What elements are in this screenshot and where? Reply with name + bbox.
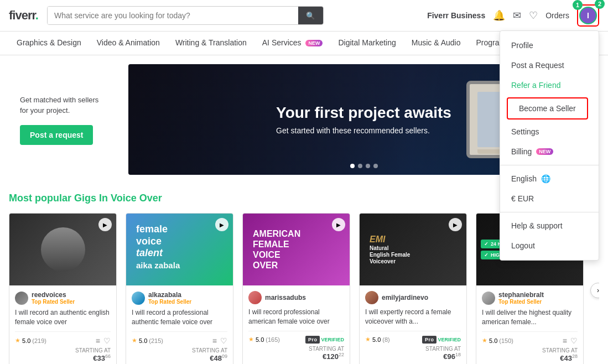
seller-name-5[interactable]: stephaniebralt	[498, 291, 544, 299]
user-dropdown-menu: Profile Post a Request Refer a Friend Be…	[500, 30, 599, 261]
options-icon-1[interactable]: ≡	[96, 336, 100, 345]
sidebar-item-writing-translation[interactable]: Writing & Translation	[168, 32, 254, 55]
gig-price-section-4: STARTING AT €9618	[365, 346, 461, 361]
gig-footer-1: ★ 5.0 (219) ≡ ♡	[15, 331, 111, 345]
logo[interactable]: fiverr.	[9, 8, 38, 23]
become-seller-border: Become a Seller	[507, 97, 588, 119]
dropdown-logout[interactable]: Logout	[500, 236, 599, 256]
person-silhouette	[41, 227, 85, 272]
seller-avatar-2	[132, 292, 145, 305]
gig-info-3: marissadubs I will record professional a…	[243, 285, 350, 364]
gig-price-section-1: STARTING AT €3366	[15, 347, 111, 362]
star-icon-4: ★	[365, 336, 371, 343]
seller-info-1: reedvoices Top Rated Seller	[15, 291, 111, 305]
sidebar-item-video-animation[interactable]: Video & Animation	[89, 32, 168, 55]
dropdown-currency[interactable]: € EUR	[500, 189, 599, 209]
seller-badge-2: Top Rated Seller	[148, 299, 191, 305]
badge-1: 1	[573, 0, 583, 10]
gig-price-3: €12022	[323, 353, 344, 360]
gig-footer-3: ★ 5.0 (165) Pro VERIFIED	[248, 331, 344, 344]
gig-info-1: reedvoices Top Rated Seller I will recor…	[9, 285, 116, 364]
seller-name-1[interactable]: reedvoices	[32, 291, 75, 299]
become-seller-wrapper: Become a Seller	[500, 95, 599, 122]
gig-play-3[interactable]: ▶	[332, 218, 345, 231]
notifications-icon[interactable]: 🔔	[493, 9, 505, 22]
verified-text-4: VERIFIED	[438, 337, 461, 342]
seller-badge-1: Top Rated Seller	[32, 299, 75, 305]
search-button[interactable]: 🔍	[298, 7, 323, 24]
options-icon-5[interactable]: ≡	[563, 336, 567, 345]
dropdown-refer-friend[interactable]: Refer a Friend	[500, 75, 599, 95]
sidebar-item-ai-services[interactable]: AI Services NEW	[254, 32, 331, 55]
gig-title-3: I will record professional american fema…	[248, 308, 344, 326]
action-icons-5: ≡ ♡	[563, 336, 578, 345]
hero-dot-2[interactable]	[358, 164, 362, 168]
gig-thumbnail-2: femalevoicetalentaika zabala ▶	[126, 214, 233, 285]
favorite-icon-5[interactable]: ♡	[570, 336, 578, 345]
gig-rating-4: ★ 5.0 (8)	[365, 336, 390, 343]
search-icon: 🔍	[306, 12, 315, 20]
star-icon-2: ★	[132, 337, 137, 344]
starting-at-label-1: STARTING AT	[15, 347, 111, 353]
seller-avatar-3	[248, 291, 262, 304]
gigs-next-arrow[interactable]: ›	[590, 283, 599, 298]
favorite-icon-2[interactable]: ♡	[220, 336, 227, 345]
dropdown-divider-1	[500, 165, 599, 165]
seller-avatar-5	[482, 292, 495, 305]
user-avatar[interactable]: I 2	[579, 7, 597, 24]
seller-avatar-1	[15, 292, 28, 305]
hero-dot-1[interactable]	[350, 164, 355, 168]
post-request-button[interactable]: Post a request	[20, 125, 93, 145]
price-row-2: €4809	[132, 353, 227, 362]
hero-content: Your first project awaits Get started wi…	[259, 87, 468, 152]
globe-icon: 🌐	[541, 174, 550, 183]
thumb-label-2: femalevoicetalentaika zabala	[131, 218, 228, 277]
favorites-icon[interactable]: ♡	[529, 9, 538, 22]
starting-at-label-4: STARTING AT	[365, 346, 461, 352]
star-icon-3: ★	[248, 336, 254, 343]
seller-name-2[interactable]: alkazabala	[148, 291, 191, 299]
seller-name-3[interactable]: marissadubs	[265, 294, 306, 301]
seller-info-2: alkazabala Top Rated Seller	[132, 291, 227, 305]
dropdown-billing[interactable]: Billing NEW	[500, 142, 599, 162]
check-icon-1: ✓	[484, 241, 489, 247]
starting-at-label-5: STARTING AT	[482, 347, 578, 353]
seller-name-4[interactable]: emilyjardinevo	[382, 294, 428, 301]
gig-footer-4: ★ 5.0 (8) Pro VERIFIED	[365, 331, 461, 344]
gig-price-1: €3366	[93, 355, 111, 362]
seller-info-5: stephaniebralt Top Rated Seller	[482, 291, 578, 305]
favorite-icon-1[interactable]: ♡	[103, 336, 111, 345]
gig-card-1: ▶ reedvoices Top Rated Seller I will rec…	[9, 213, 117, 364]
hero-dot-3[interactable]	[366, 164, 370, 168]
pro-verified-3: Pro VERIFIED	[305, 336, 344, 344]
gig-play-1[interactable]: ▶	[98, 218, 112, 231]
sidebar-item-music-audio[interactable]: Music & Audio	[404, 32, 469, 55]
orders-link[interactable]: Orders	[545, 11, 569, 20]
sidebar-item-graphics-design[interactable]: Graphics & Design	[9, 32, 89, 55]
seller-details-5: stephaniebralt Top Rated Seller	[498, 291, 544, 305]
dropdown-language[interactable]: English 🌐	[500, 169, 599, 189]
header-actions: Fiverr Business 🔔 ✉ ♡ Orders 1 I 2	[427, 4, 599, 27]
price-row-4: €9618	[365, 352, 461, 361]
gig-play-2[interactable]: ▶	[215, 218, 228, 231]
messages-icon[interactable]: ✉	[513, 9, 521, 22]
search-input[interactable]	[48, 7, 298, 24]
starting-at-label-3: STARTING AT	[248, 346, 344, 352]
gig-price-section-5: STARTING AT €4328	[482, 347, 578, 362]
dropdown-post-request[interactable]: Post a Request	[500, 55, 599, 75]
dropdown-help[interactable]: Help & support	[500, 216, 599, 236]
search-bar: 🔍	[47, 6, 324, 25]
star-icon-5: ★	[482, 337, 487, 344]
pro-badge-3: Pro	[305, 336, 320, 344]
options-icon-2[interactable]: ≡	[212, 336, 217, 345]
fiverr-business-link[interactable]: Fiverr Business	[427, 11, 485, 20]
hero-dot-4[interactable]	[373, 164, 378, 168]
gig-play-4[interactable]: ▶	[449, 218, 462, 231]
gig-rating-3: ★ 5.0 (165)	[248, 336, 280, 343]
dropdown-become-seller[interactable]: Become a Seller	[508, 98, 587, 118]
seller-info-3: marissadubs	[248, 291, 344, 304]
dropdown-settings[interactable]: Settings	[500, 122, 599, 142]
dropdown-profile[interactable]: Profile	[500, 35, 599, 55]
price-row-3: €12022	[248, 352, 344, 361]
sidebar-item-digital-marketing[interactable]: Digital Marketing	[330, 32, 403, 55]
